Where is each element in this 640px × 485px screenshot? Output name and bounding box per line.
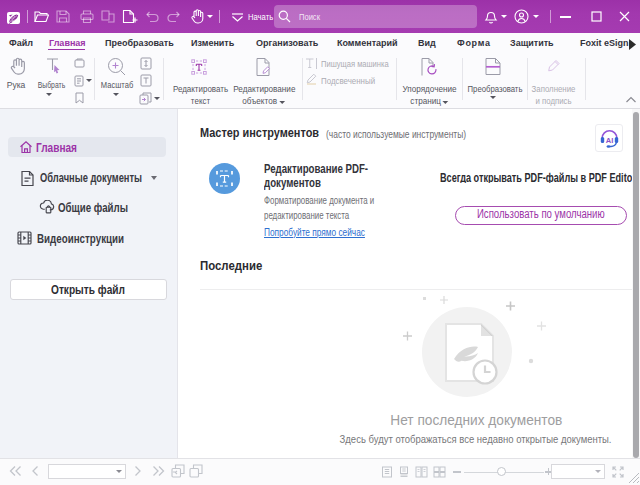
svg-text:AI: AI — [606, 136, 614, 145]
